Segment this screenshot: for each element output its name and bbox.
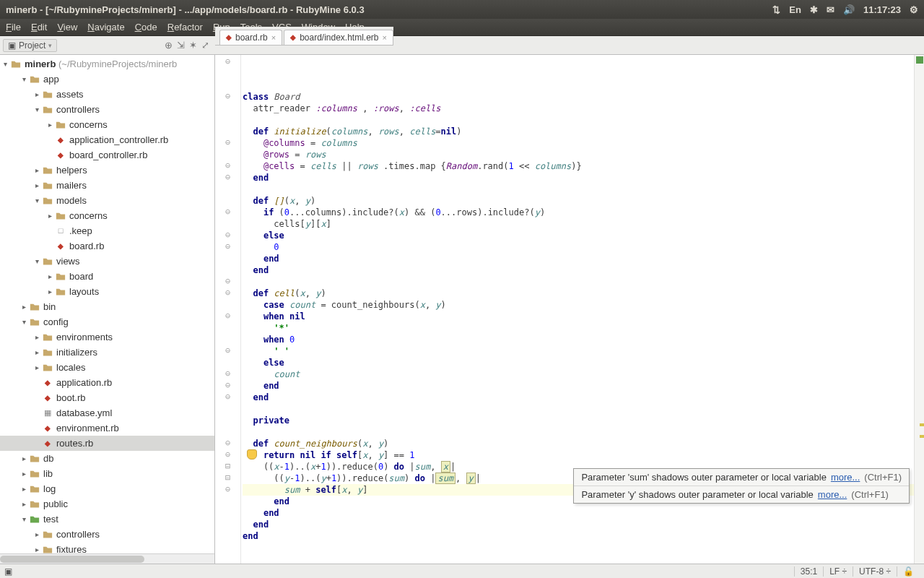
tree-twisty[interactable]: ▸ bbox=[32, 360, 42, 375]
code-line[interactable] bbox=[243, 114, 914, 126]
tree-item-label[interactable]: environments bbox=[56, 329, 113, 345]
settings-icon[interactable]: ✶ bbox=[189, 40, 197, 51]
code-line[interactable]: end bbox=[243, 172, 914, 184]
tree-item-label[interactable]: routes.rb bbox=[56, 436, 93, 451]
tree-twisty[interactable]: ▾ bbox=[32, 102, 42, 117]
tree-twisty[interactable]: ▸ bbox=[19, 496, 29, 512]
code-line[interactable] bbox=[243, 426, 914, 438]
tree-item-label[interactable]: minerb (~/RubymineProjects/minerb bbox=[25, 56, 177, 72]
fold-toggle[interactable]: ⊖ bbox=[215, 380, 240, 392]
menu-file[interactable]: File bbox=[6, 22, 21, 33]
fold-toggle[interactable]: ⊖ bbox=[215, 368, 240, 380]
tree-item-label[interactable]: controllers bbox=[56, 527, 100, 542]
tree-item-label[interactable]: layouts bbox=[69, 284, 99, 299]
fold-toggle[interactable]: ⊟ bbox=[215, 473, 240, 484]
fold-toggle[interactable]: ⊖ bbox=[215, 484, 240, 496]
tree-twisty[interactable]: ▸ bbox=[32, 542, 42, 553]
tree-item-label[interactable]: board_controller.rb bbox=[69, 147, 147, 163]
tree-twisty[interactable]: ▾ bbox=[19, 72, 29, 87]
code-line[interactable]: if (0...columns).include?(x) && (0...row… bbox=[243, 207, 914, 218]
fold-toggle[interactable]: ⊖ bbox=[215, 91, 240, 103]
code-line[interactable]: def initialize(columns, rows, cells=nil) bbox=[243, 126, 914, 137]
code-line[interactable]: def [](x, y) bbox=[243, 195, 914, 207]
tree-twisty[interactable]: ▸ bbox=[19, 466, 29, 481]
tree-item-label[interactable]: board bbox=[69, 269, 93, 284]
tree-row[interactable]: ◆boot.rb bbox=[0, 390, 214, 405]
tree-twisty[interactable]: ▸ bbox=[19, 481, 29, 496]
tree-row[interactable]: ▸environments bbox=[0, 329, 214, 345]
status-widget-icon[interactable]: ▣ bbox=[4, 566, 19, 577]
fold-toggle[interactable]: ⊖ bbox=[215, 392, 240, 403]
tree-row[interactable]: ▸concerns bbox=[0, 208, 214, 223]
tree-twisty[interactable]: ▸ bbox=[45, 269, 55, 284]
gutter[interactable]: ⊖⊖⊖⊖⊖⊖⊖⊖⊖⊖⊖⊖⊖⊖⊖⊖⊖⊟⊟⊖ bbox=[215, 55, 241, 564]
fold-toggle[interactable]: ⊖ bbox=[215, 207, 240, 218]
tree-row[interactable]: ▸db bbox=[0, 451, 214, 466]
tree-row[interactable]: ◆routes.rb bbox=[0, 436, 214, 451]
tree-row[interactable]: ▸initializers bbox=[0, 345, 214, 360]
tree-twisty[interactable]: ▸ bbox=[45, 117, 55, 132]
code-line[interactable]: '*' bbox=[243, 322, 914, 334]
code-line[interactable]: when 0 bbox=[243, 334, 914, 345]
tree-item-label[interactable]: log bbox=[43, 481, 56, 496]
tree-row[interactable]: ▸lib bbox=[0, 466, 214, 481]
tree-row[interactable]: ▾views bbox=[0, 254, 214, 269]
bluetooth-icon[interactable]: ✱ bbox=[810, 4, 818, 15]
tree-item-label[interactable]: db bbox=[43, 451, 53, 466]
tree-row[interactable]: □.keep bbox=[0, 223, 214, 238]
tree-twisty[interactable]: ▾ bbox=[19, 314, 29, 329]
tree-row[interactable]: ◆environment.rb bbox=[0, 420, 214, 436]
intention-bulb-icon[interactable] bbox=[247, 449, 257, 460]
tree-item-label[interactable]: application.rb bbox=[56, 375, 112, 390]
tree-item-label[interactable]: public bbox=[43, 496, 68, 512]
clock[interactable]: 11:17:23 bbox=[863, 4, 901, 15]
code-line[interactable]: attr_reader :columns , :rows, :cells bbox=[243, 103, 914, 114]
menu-code[interactable]: Code bbox=[135, 22, 157, 33]
tree-item-label[interactable]: initializers bbox=[56, 345, 97, 360]
tree-row[interactable]: ▾models bbox=[0, 193, 214, 208]
tree-row[interactable]: ▾config bbox=[0, 314, 214, 329]
code-line[interactable]: return nil if self[x, y] == 1 bbox=[243, 449, 914, 461]
tree-item-label[interactable]: views bbox=[56, 254, 80, 269]
tree-twisty[interactable]: ▾ bbox=[0, 56, 10, 72]
project-tool-label[interactable]: ▣ Project ▾ bbox=[3, 39, 57, 52]
tree-twisty[interactable]: ▸ bbox=[45, 284, 55, 299]
code-line[interactable]: @columns = columns bbox=[243, 137, 914, 149]
fold-toggle[interactable]: ⊖ bbox=[215, 137, 240, 149]
tree-item-label[interactable]: locales bbox=[56, 360, 85, 375]
fold-toggle[interactable]: ⊖ bbox=[215, 449, 240, 461]
tree-row[interactable]: ▸controllers bbox=[0, 527, 214, 542]
fold-toggle[interactable]: ⊖ bbox=[215, 172, 240, 184]
code-line[interactable]: class Board bbox=[243, 91, 914, 103]
tree-item-label[interactable]: concerns bbox=[69, 117, 108, 132]
tooltip-more-link[interactable]: more... bbox=[831, 472, 860, 483]
tree-twisty[interactable]: ▸ bbox=[32, 345, 42, 360]
tree-twisty[interactable]: ▸ bbox=[32, 178, 42, 193]
warning-marker[interactable] bbox=[920, 435, 924, 438]
fold-toggle[interactable]: ⊖ bbox=[215, 345, 240, 357]
tree-row[interactable]: ▾app bbox=[0, 72, 214, 87]
tree-twisty[interactable]: ▸ bbox=[32, 527, 42, 542]
tree-row[interactable]: ◆board.rb bbox=[0, 238, 214, 254]
code-line[interactable]: private bbox=[243, 415, 914, 426]
tree-row[interactable]: ▸layouts bbox=[0, 284, 214, 299]
tree-twisty[interactable]: ▾ bbox=[32, 193, 42, 208]
menu-navigate[interactable]: Navigate bbox=[87, 22, 124, 33]
line-ending[interactable]: LF ÷ bbox=[823, 566, 853, 577]
fold-toggle[interactable]: ⊖ bbox=[215, 276, 240, 288]
caret-position[interactable]: 35:1 bbox=[794, 566, 823, 577]
tree-row[interactable]: ▸bin bbox=[0, 299, 214, 314]
fold-toggle[interactable]: ⊖ bbox=[215, 288, 240, 299]
tree-row[interactable]: ▾controllers bbox=[0, 102, 214, 117]
tree-row[interactable]: ▸board bbox=[0, 269, 214, 284]
code-line[interactable]: @rows = rows bbox=[243, 149, 914, 160]
warning-marker[interactable] bbox=[920, 423, 924, 426]
tree-row[interactable]: ◆board_controller.rb bbox=[0, 147, 214, 163]
file-encoding[interactable]: UTF-8 ÷ bbox=[853, 566, 897, 577]
fold-toggle[interactable]: ⊖ bbox=[215, 438, 240, 449]
code-line[interactable]: else bbox=[243, 230, 914, 241]
fold-toggle[interactable]: ⊖ bbox=[215, 160, 240, 172]
collapse-all-icon[interactable]: ⇲ bbox=[177, 40, 185, 51]
tree-item-label[interactable]: mailers bbox=[56, 178, 87, 193]
tree-item-label[interactable]: config bbox=[43, 314, 69, 329]
